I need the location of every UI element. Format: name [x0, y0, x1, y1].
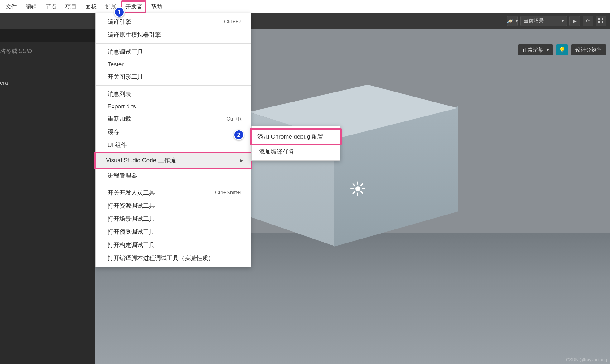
svg-rect-3 [602, 21, 603, 23]
menu-node[interactable]: 节点 [41, 0, 61, 13]
menu-toggle-graphics-tool[interactable]: 开关图形工具 [96, 70, 251, 83]
item-label: 消息调试工具 [108, 48, 143, 56]
menu-file[interactable]: 文件 [1, 0, 21, 13]
menu-help[interactable]: 帮助 [146, 0, 166, 13]
reload-icon: ⟳ [586, 18, 590, 24]
menu-message-debug-tool[interactable]: 消息调试工具 [96, 45, 251, 59]
menu-open-asset-debug[interactable]: 打开资源调试工具 [96, 199, 251, 212]
submenu-arrow-icon: ▶ [240, 158, 243, 163]
planet-icon: 🪐 [507, 18, 513, 24]
hierarchy-panel: 名称或 UUID era [0, 42, 95, 364]
viewport-toolbar: 正常渲染 ▾ 💡 设计分辨率 [518, 44, 606, 55]
submenu-add-compile-task[interactable]: 添加编译任务 [252, 145, 340, 158]
item-label: 进程管理器 [108, 172, 137, 180]
item-label: 开关开发人员工具 [108, 189, 155, 197]
item-label: Visual Studio Code 工作流 [106, 156, 176, 164]
menu-developer-label: 开发者 [125, 3, 142, 10]
item-shortcut: Ctrl+F7 [224, 19, 242, 25]
render-mode-selector[interactable]: 正常渲染 ▾ [518, 44, 553, 55]
grid-icon [598, 18, 604, 24]
lightbulb-button[interactable]: 💡 [556, 44, 568, 55]
menu-developer[interactable]: 开发者 [121, 0, 146, 13]
menu-open-build-debug[interactable]: 打开构建调试工具 [96, 239, 251, 252]
render-mode-label: 正常渲染 [522, 46, 544, 54]
menu-toggle-devtools[interactable]: 开关开发人员工具 Ctrl+Shift+I [96, 186, 251, 199]
item-label: 打开构建调试工具 [108, 241, 155, 249]
menu-vscode-workflow[interactable]: Visual Studio Code 工作流 ▶ [94, 152, 252, 169]
play-button[interactable]: ▶ [569, 16, 580, 26]
item-label: 打开资源调试工具 [108, 202, 155, 210]
item-label: 缓存 [108, 128, 119, 136]
menu-edit[interactable]: 编辑 [21, 0, 41, 13]
preview-platform-button[interactable]: 🪐 ▾ [507, 16, 518, 26]
chevron-down-icon: ▾ [516, 19, 518, 23]
play-icon: ▶ [573, 18, 577, 24]
menu-open-preview-debug[interactable]: 打开预览调试工具 [96, 225, 251, 239]
menu-reload[interactable]: 重新加载 Ctrl+R [96, 112, 251, 125]
item-label: 打开编译脚本进程调试工具（实验性质） [108, 254, 214, 262]
reload-button[interactable]: ⟳ [583, 16, 593, 26]
chevron-down-icon: ▾ [547, 48, 549, 52]
menu-ui-components[interactable]: UI 组件 [96, 139, 251, 152]
menu-panel[interactable]: 面板 [81, 0, 101, 13]
svg-rect-1 [602, 18, 603, 20]
developer-menu-dropdown: 编译引擎 Ctrl+F7 编译原生模拟器引擎 消息调试工具 Tester 开关图… [95, 13, 251, 267]
item-label: 编译原生模拟器引擎 [108, 31, 161, 39]
annotation-badge-2: 2 [233, 130, 244, 140]
item-label: 打开预览调试工具 [108, 228, 155, 236]
chevron-down-icon: ▾ [562, 19, 564, 23]
hierarchy-item[interactable] [0, 103, 95, 112]
item-label: Export.d.ts [108, 103, 136, 110]
light-gizmo[interactable] [350, 181, 365, 196]
annotation-badge-1: 1 [114, 7, 125, 17]
watermark: CSDN @trayvontang [566, 357, 607, 362]
item-label: 消息列表 [108, 90, 131, 98]
menu-open-compile-script-debug[interactable]: 打开编译脚本进程调试工具（实验性质） [96, 252, 251, 265]
grid-button[interactable] [596, 16, 606, 26]
item-shortcut: Ctrl+Shift+I [215, 190, 242, 196]
svg-rect-0 [598, 18, 600, 20]
menu-cache[interactable]: 缓存 ▶ [96, 125, 251, 139]
hierarchy-search[interactable] [0, 29, 95, 42]
item-label: Tester [108, 61, 124, 68]
menu-process-manager[interactable]: 进程管理器 [96, 169, 251, 182]
menu-message-list[interactable]: 消息列表 [96, 87, 251, 101]
menu-export-dts[interactable]: Export.d.ts [96, 101, 251, 112]
scene-cube [221, 85, 458, 247]
menu-separator [96, 85, 251, 86]
hierarchy-item[interactable]: era [0, 75, 95, 91]
item-shortcut: Ctrl+R [226, 116, 242, 122]
menubar: 文件 编辑 节点 项目 面板 扩展 开发者 帮助 [0, 0, 610, 13]
scene-selector-label: 当前场景 [524, 18, 544, 24]
menu-project[interactable]: 项目 [61, 0, 81, 13]
item-label: 打开场景调试工具 [108, 215, 155, 223]
submenu-add-chrome-debug-config[interactable]: 添加 Chrome debug 配置 [250, 128, 342, 145]
lightbulb-icon: 💡 [559, 47, 565, 53]
vscode-workflow-submenu: 添加 Chrome debug 配置 添加编译任务 [251, 126, 340, 161]
item-label: 开关图形工具 [108, 73, 143, 81]
item-label: 编译引擎 [108, 18, 131, 26]
menu-separator [96, 184, 251, 184]
menu-separator [96, 43, 251, 44]
svg-rect-2 [598, 21, 600, 23]
menu-tester[interactable]: Tester [96, 59, 251, 70]
scene-selector[interactable]: 当前场景 ▾ [520, 16, 567, 26]
search-placeholder: 名称或 UUID [0, 45, 95, 57]
item-label: 重新加载 [108, 115, 131, 123]
menu-compile-native-sim-engine[interactable]: 编译原生模拟器引擎 [96, 28, 251, 41]
item-label: UI 组件 [108, 141, 127, 149]
design-resolution-button[interactable]: 设计分辨率 [571, 44, 606, 55]
top-toolbar: 🪐 ▾ 当前场景 ▾ ▶ ⟳ [0, 13, 610, 29]
design-resolution-label: 设计分辨率 [575, 46, 602, 54]
menu-open-scene-debug[interactable]: 打开场景调试工具 [96, 212, 251, 225]
